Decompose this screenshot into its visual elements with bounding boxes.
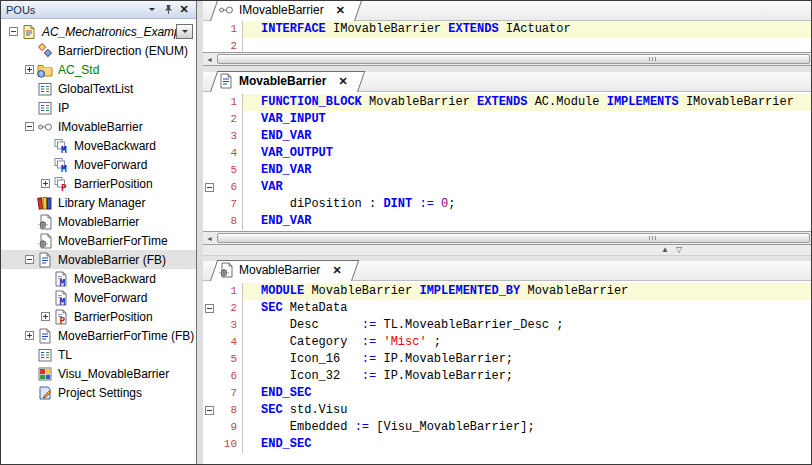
fb-method-icon: M bbox=[53, 271, 70, 287]
splitter-collapse-down-icon[interactable]: ▽ bbox=[676, 245, 682, 255]
editor-pane-function-block: MovableBarrier ✕ 1FUNCTION_BLOCK Movable… bbox=[203, 72, 811, 256]
tree-item[interactable]: AC_Mechatronics_Example bbox=[1, 22, 196, 41]
fold-gutter bbox=[203, 145, 216, 162]
splitter-collapse-up-icon[interactable]: ▲ bbox=[661, 245, 669, 255]
expand-toggle[interactable] bbox=[25, 331, 34, 340]
fold-gutter bbox=[203, 317, 216, 334]
code-text: END_VAR bbox=[243, 213, 811, 230]
tree-item[interactable]: TL bbox=[1, 345, 196, 364]
textlist-icon bbox=[37, 81, 54, 97]
expand-toggle[interactable] bbox=[41, 312, 50, 321]
code-line: 1MODULE MovableBarrier IMPLEMENTED_BY Mo… bbox=[203, 283, 811, 300]
tree-item[interactable]: MMoveForward bbox=[1, 288, 196, 307]
line-number: 4 bbox=[216, 145, 243, 162]
tree-item[interactable]: MovableBarrier (FB) bbox=[1, 250, 196, 269]
code-text: VAR_INPUT bbox=[243, 111, 811, 128]
fold-gutter bbox=[203, 213, 216, 230]
pou-tree[interactable]: AC_Mechatronics_ExampleBarrierDirection … bbox=[1, 19, 196, 464]
fold-gutter bbox=[203, 419, 216, 436]
tree-item[interactable]: PBarrierPosition bbox=[1, 174, 196, 193]
tree-item[interactable]: BarrierDirection (ENUM) bbox=[1, 41, 196, 60]
visu-icon bbox=[37, 366, 54, 382]
tree-item[interactable]: Project Settings bbox=[1, 383, 196, 402]
tree-item[interactable]: Library Manager bbox=[1, 193, 196, 212]
fold-toggle[interactable] bbox=[203, 402, 216, 419]
line-number: 3 bbox=[216, 317, 243, 334]
code-text: END_SEC bbox=[243, 436, 811, 453]
horizontal-scrollbar[interactable]: ◄ bbox=[203, 231, 811, 245]
splitter-bar[interactable]: ▲ ▽ bbox=[203, 245, 811, 256]
line-number: 1 bbox=[216, 283, 243, 300]
code-text: SEC std.Visu bbox=[243, 402, 811, 419]
fold-gutter bbox=[203, 385, 216, 402]
code-area[interactable]: 1FUNCTION_BLOCK MovableBarrier EXTENDS A… bbox=[203, 92, 811, 231]
tree-item[interactable]: MoveBarrierForTime bbox=[1, 231, 196, 250]
expand-toggle[interactable] bbox=[9, 27, 18, 36]
fold-gutter bbox=[203, 368, 216, 385]
tree-item-label: AC_Mechatronics_Example bbox=[42, 25, 194, 39]
panel-title: POUs bbox=[6, 4, 144, 16]
tab-strip: IMovableBarrier ✕ bbox=[203, 1, 811, 21]
expand-toggle[interactable] bbox=[41, 179, 50, 188]
line-number: 8 bbox=[216, 402, 243, 419]
expand-toggle[interactable] bbox=[25, 65, 34, 74]
editor-tab[interactable]: MovableBarrier ✕ bbox=[210, 71, 358, 91]
tab-close-icon[interactable]: ✕ bbox=[332, 264, 341, 277]
tree-item[interactable]: IMovableBarrier bbox=[1, 117, 196, 136]
line-number: 3 bbox=[216, 128, 243, 145]
fold-toggle[interactable] bbox=[203, 300, 216, 317]
fold-toggle[interactable] bbox=[203, 179, 216, 196]
close-icon[interactable]: ✕ bbox=[176, 3, 192, 17]
tree-item[interactable]: MoveBarrierForTime (FB) bbox=[1, 326, 196, 345]
module-icon bbox=[37, 233, 54, 249]
expand-toggle[interactable] bbox=[25, 122, 34, 131]
window-menu-icon[interactable] bbox=[144, 3, 160, 17]
code-text: INTERFACE IMovableBarrier EXTENDS IActua… bbox=[243, 21, 811, 38]
tree-item[interactable]: GlobalTextList bbox=[1, 79, 196, 98]
code-text: END_SEC bbox=[243, 385, 811, 402]
line-number: 7 bbox=[216, 385, 243, 402]
code-area[interactable]: 1INTERFACE IMovableBarrier EXTENDS IActu… bbox=[203, 21, 811, 52]
code-line: 1FUNCTION_BLOCK MovableBarrier EXTENDS A… bbox=[203, 94, 811, 111]
tree-item[interactable]: Visu_MovableBarrier bbox=[1, 364, 196, 383]
expand-toggle[interactable] bbox=[25, 255, 34, 264]
code-line: 7 diPosition : DINT := 0; bbox=[203, 196, 811, 213]
scroll-left-icon[interactable]: ◄ bbox=[203, 232, 216, 244]
code-line: 6VAR bbox=[203, 179, 811, 196]
line-number: 4 bbox=[216, 334, 243, 351]
scrollbar-thumb[interactable] bbox=[217, 233, 810, 243]
tree-item[interactable]: MMoveForward bbox=[1, 155, 196, 174]
code-line: 2SEC MetaData bbox=[203, 300, 811, 317]
scrollbar-thumb[interactable] bbox=[217, 54, 810, 64]
code-text: Icon_32 := IP.MovableBarrier; bbox=[243, 368, 811, 385]
enum-icon bbox=[37, 43, 54, 59]
code-area[interactable]: 1MODULE MovableBarrier IMPLEMENTED_BY Mo… bbox=[203, 281, 811, 464]
fold-gutter bbox=[203, 38, 216, 52]
line-number: 10 bbox=[216, 436, 243, 453]
tab-label: MovableBarrier bbox=[239, 74, 326, 88]
tree-item-label: MoveBackward bbox=[74, 139, 160, 153]
tree-item-label: IP bbox=[58, 101, 73, 115]
scroll-left-icon[interactable]: ◄ bbox=[203, 53, 216, 65]
tree-item-label: Library Manager bbox=[58, 196, 149, 210]
tree-item[interactable]: AC_Std bbox=[1, 60, 196, 79]
tree-item[interactable]: MMoveBackward bbox=[1, 136, 196, 155]
folder-globe-icon bbox=[37, 62, 54, 78]
editor-tab[interactable]: IMovableBarrier ✕ bbox=[210, 0, 355, 20]
tree-item[interactable]: PBarrierPosition bbox=[1, 307, 196, 326]
pou-icon bbox=[37, 252, 54, 268]
fold-gutter bbox=[203, 351, 216, 368]
tree-item[interactable]: MovableBarrier bbox=[1, 212, 196, 231]
svg-text:M: M bbox=[61, 143, 67, 154]
module-icon bbox=[218, 262, 234, 278]
editor-tab[interactable]: MovableBarrier ✕ bbox=[210, 260, 352, 280]
tree-item[interactable]: MMoveBackward bbox=[1, 269, 196, 288]
ide-window: POUs ✕ AC_Mechatronics_ExampleBarrierDir… bbox=[0, 0, 812, 465]
tab-close-icon[interactable]: ✕ bbox=[338, 75, 347, 88]
horizontal-scrollbar[interactable]: ◄ bbox=[203, 52, 811, 66]
code-line: 8END_VAR bbox=[203, 213, 811, 230]
pin-icon[interactable] bbox=[160, 3, 176, 17]
tab-close-icon[interactable]: ✕ bbox=[336, 4, 345, 17]
root-dropdown-button[interactable] bbox=[176, 24, 193, 39]
tree-item[interactable]: IP bbox=[1, 98, 196, 117]
